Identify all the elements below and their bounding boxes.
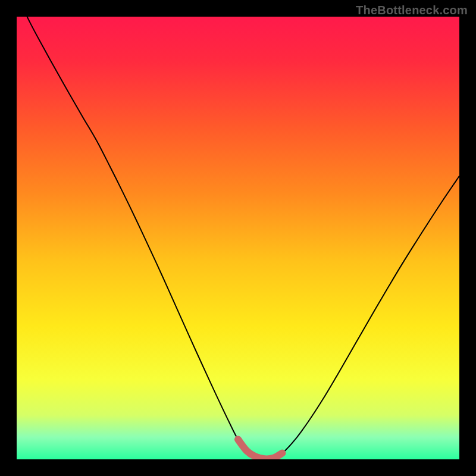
chart-frame: TheBottleneck.com [0,0,476,476]
gradient-background [17,17,459,459]
bottleneck-chart [17,17,459,459]
plot-area [17,17,459,459]
watermark-text: TheBottleneck.com [356,4,468,17]
